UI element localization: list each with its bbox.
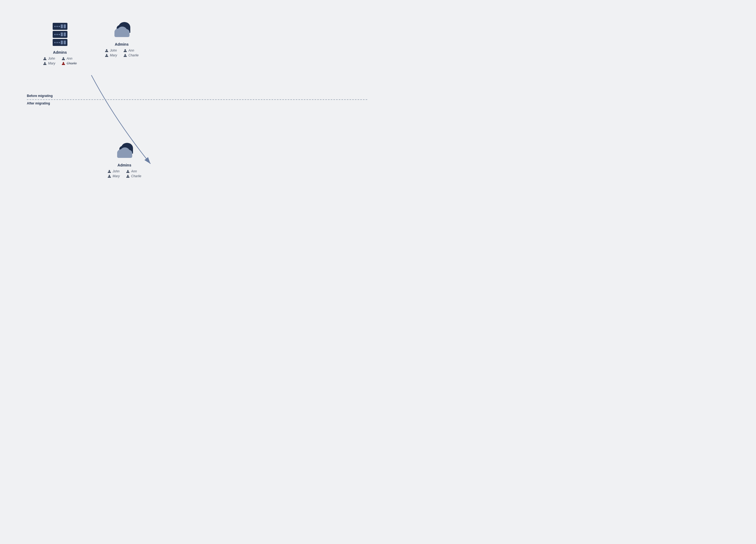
user-icon [126, 170, 130, 173]
svg-point-24 [127, 170, 129, 171]
user-icon [126, 174, 130, 178]
cloud-node-after: Admins John Ann [107, 142, 141, 178]
svg-point-14 [106, 54, 107, 55]
list-item: John [43, 57, 58, 60]
server-bar [61, 24, 63, 28]
cloud-after-title: Admins [117, 163, 131, 167]
cloud-node-before: Admins John Ann [105, 21, 139, 57]
svg-point-15 [125, 54, 126, 55]
svg-point-4 [63, 62, 64, 63]
server-row-1 [53, 23, 67, 30]
cloud-icon-before [111, 21, 132, 39]
list-item: Charlie [126, 174, 141, 178]
svg-point-3 [44, 62, 46, 63]
svg-point-25 [109, 175, 110, 176]
server-dot [54, 34, 56, 35]
user-name: John [48, 57, 55, 60]
server-dot [56, 42, 58, 43]
list-item: John [105, 49, 120, 52]
svg-point-13 [125, 49, 126, 51]
cloud-after-user-grid: John Ann Mary [107, 170, 141, 178]
user-icon [43, 57, 47, 60]
svg-point-12 [106, 49, 107, 51]
user-icon [123, 53, 127, 57]
user-name: Mary [48, 62, 55, 65]
user-icon-red [62, 62, 65, 65]
server-dot [59, 34, 60, 35]
server-dot [59, 42, 60, 43]
list-item: Ann [123, 49, 139, 52]
user-name: Mary [110, 53, 117, 57]
list-item: Ann [62, 57, 77, 60]
server-dot [59, 26, 60, 27]
server-bar [64, 33, 66, 36]
server-bar [61, 33, 63, 36]
svg-point-26 [127, 175, 129, 176]
user-icon [123, 49, 127, 52]
before-migrating-label: Before migrating [27, 94, 367, 98]
server-bar [64, 24, 66, 28]
list-item: Mary [43, 62, 58, 65]
list-item: Mary [105, 53, 120, 57]
svg-rect-11 [114, 32, 129, 37]
cloud-before-title: Admins [115, 42, 128, 46]
user-name: Charlie [131, 174, 141, 178]
list-item: Charlie [62, 62, 77, 65]
server-dot [56, 26, 58, 27]
server-row-2 [53, 31, 67, 38]
cloud-before-user-grid: John Ann Mary [105, 49, 139, 57]
server-dot [54, 26, 56, 27]
after-migrating-label: After migrating [27, 102, 367, 105]
user-icon [43, 62, 47, 65]
user-icon [62, 57, 65, 60]
list-item: Mary [107, 174, 123, 178]
user-name: Ann [67, 57, 72, 60]
list-item: Charlie [123, 53, 139, 57]
cloud-icon-after [114, 142, 135, 160]
svg-rect-22 [117, 153, 132, 158]
divider-line [27, 99, 367, 100]
diagram-container: Admins John Ann [0, 0, 378, 272]
server-bar [64, 41, 66, 44]
list-item: Ann [126, 170, 141, 173]
user-icon [105, 49, 109, 52]
user-name: John [113, 170, 120, 173]
list-item: John [107, 170, 123, 173]
user-name: Ann [131, 170, 137, 173]
user-icon [107, 170, 111, 173]
server-dot [56, 34, 58, 35]
user-name: Mary [113, 174, 120, 178]
user-name: Ann [128, 49, 134, 52]
server-user-grid: John Ann Mary [43, 57, 77, 65]
server-node-title: Admins [53, 50, 67, 55]
user-icon [105, 53, 109, 57]
user-name-strikethrough: Charlie [67, 62, 77, 65]
server-node: Admins John Ann [43, 23, 77, 65]
svg-point-2 [63, 57, 64, 59]
user-name: Charlie [128, 53, 139, 57]
server-row-3 [53, 39, 67, 46]
user-icon [107, 174, 111, 178]
divider-section: Before migrating After migrating [27, 94, 367, 105]
server-bar [61, 41, 63, 44]
svg-point-23 [109, 170, 110, 171]
svg-point-1 [44, 57, 46, 59]
user-name: John [110, 49, 117, 52]
server-dot [54, 42, 56, 43]
